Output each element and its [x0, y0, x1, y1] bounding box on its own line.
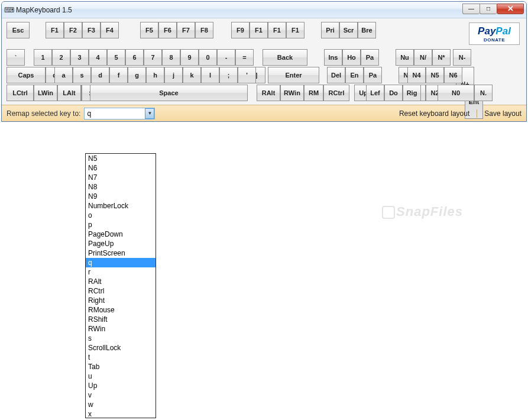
- key-enter[interactable]: Enter: [268, 67, 319, 83]
- remap-combo-input[interactable]: [84, 108, 155, 119]
- key-f6[interactable]: F6: [158, 22, 177, 38]
- key-down[interactable]: Do: [384, 85, 403, 101]
- key-rwin[interactable]: RWin: [280, 85, 304, 101]
- key-quote[interactable]: ': [238, 67, 256, 83]
- dropdown-option[interactable]: NumberLock: [86, 201, 156, 211]
- dropdown-option[interactable]: PageUp: [86, 239, 156, 248]
- dropdown-option[interactable]: N6: [86, 163, 156, 173]
- close-button[interactable]: ✕: [497, 4, 524, 14]
- key-rmenu[interactable]: RM: [304, 85, 323, 101]
- dropdown-option[interactable]: v: [86, 390, 156, 400]
- key-3[interactable]: 3: [70, 49, 89, 66]
- key-printscreen[interactable]: Pri: [321, 22, 339, 38]
- dropdown-option[interactable]: RWin: [86, 324, 156, 334]
- reset-layout-link[interactable]: Reset keyboard layout: [399, 109, 469, 118]
- key-f11[interactable]: F1: [268, 22, 286, 38]
- key-4[interactable]: 4: [89, 49, 107, 66]
- dropdown-option[interactable]: N8: [86, 182, 156, 192]
- dropdown-option[interactable]: RAlt: [86, 277, 156, 286]
- dropdown-option[interactable]: PrintScreen: [86, 248, 156, 258]
- key-9[interactable]: 9: [180, 49, 199, 66]
- paypal-donate-button[interactable]: PayPal DONATE: [469, 22, 520, 45]
- dropdown-option[interactable]: r: [86, 267, 156, 277]
- key-f1[interactable]: F1: [46, 22, 64, 38]
- key-numpad-5[interactable]: N5: [426, 67, 444, 83]
- remap-dropdown-list[interactable]: N5N6N7N8N9NumberLockopPageDownPageUpPrin…: [85, 153, 156, 418]
- key-s[interactable]: s: [73, 67, 91, 83]
- dropdown-option[interactable]: t: [86, 353, 156, 362]
- save-layout-link[interactable]: Save layout: [477, 109, 521, 118]
- key-space[interactable]: Space: [90, 85, 248, 101]
- key-lctrl[interactable]: LCtrl: [7, 85, 34, 101]
- dropdown-option[interactable]: RMouse: [86, 305, 156, 315]
- dropdown-option[interactable]: q: [86, 258, 156, 267]
- key-right[interactable]: Rig: [403, 85, 421, 101]
- maximize-button[interactable]: □: [480, 4, 497, 14]
- key-f5[interactable]: F5: [140, 22, 158, 38]
- key-backtick[interactable]: `: [7, 49, 25, 66]
- dropdown-option[interactable]: s: [86, 334, 156, 343]
- minimize-button[interactable]: —: [462, 4, 480, 14]
- dropdown-option[interactable]: Right: [86, 296, 156, 305]
- key-1[interactable]: 1: [34, 49, 52, 66]
- key-numpad-multiply[interactable]: N*: [432, 49, 451, 66]
- key-numpad-period[interactable]: N.: [474, 85, 493, 101]
- key-d[interactable]: d: [91, 67, 109, 83]
- key-l[interactable]: l: [201, 67, 219, 83]
- key-insert[interactable]: Ins: [324, 49, 342, 66]
- key-8[interactable]: 8: [162, 49, 180, 66]
- key-scrolllock[interactable]: Scr: [339, 22, 358, 38]
- key-a[interactable]: a: [54, 67, 73, 83]
- key-lalt[interactable]: LAlt: [57, 85, 81, 101]
- dropdown-option[interactable]: o: [86, 211, 156, 220]
- key-ralt[interactable]: RAlt: [257, 85, 280, 101]
- key-7[interactable]: 7: [144, 49, 162, 66]
- combo-dropdown-button[interactable]: ▼: [145, 108, 154, 119]
- key-left[interactable]: Lef: [366, 85, 384, 101]
- key-2[interactable]: 2: [52, 49, 70, 66]
- key-k[interactable]: k: [183, 67, 201, 83]
- key-numpad-minus[interactable]: N-: [453, 49, 471, 66]
- dropdown-option[interactable]: p: [86, 220, 156, 230]
- key-numpad-0[interactable]: N0: [438, 85, 474, 101]
- key-numpad-6[interactable]: N6: [444, 67, 462, 83]
- key-numpad-4[interactable]: N4: [407, 67, 426, 83]
- key-f2[interactable]: F2: [64, 22, 82, 38]
- key-semicolon[interactable]: ;: [219, 67, 238, 83]
- key-f8[interactable]: F8: [195, 22, 213, 38]
- key-f10[interactable]: F1: [250, 22, 268, 38]
- dropdown-option[interactable]: Up: [86, 381, 156, 390]
- key-g[interactable]: g: [128, 67, 146, 83]
- key-f[interactable]: f: [109, 67, 128, 83]
- key-caps[interactable]: Caps: [7, 67, 46, 83]
- dropdown-option[interactable]: PageDown: [86, 230, 156, 239]
- key-f3[interactable]: F3: [82, 22, 101, 38]
- key-j[interactable]: j: [164, 67, 183, 83]
- dropdown-option[interactable]: Tab: [86, 362, 156, 371]
- key-esc[interactable]: Esc: [7, 22, 30, 38]
- key-equals[interactable]: =: [235, 49, 254, 66]
- titlebar[interactable]: ⌨ MapKeyboard 1.5 — □ ✕: [2, 2, 526, 18]
- dropdown-option[interactable]: N5: [86, 154, 156, 163]
- dropdown-option[interactable]: N9: [86, 192, 156, 201]
- dropdown-option[interactable]: RShift: [86, 315, 156, 324]
- key-f9[interactable]: F9: [231, 22, 250, 38]
- key-break[interactable]: Bre: [358, 22, 376, 38]
- dropdown-option[interactable]: u: [86, 371, 156, 381]
- key-f7[interactable]: F7: [177, 22, 195, 38]
- dropdown-option[interactable]: N7: [86, 173, 156, 182]
- key-numpad-divide[interactable]: N/: [414, 49, 432, 66]
- dropdown-option[interactable]: ScrollLock: [86, 343, 156, 353]
- remap-combo[interactable]: ▼: [84, 108, 155, 119]
- key-rctrl[interactable]: RCtrl: [323, 85, 349, 101]
- key-numlock[interactable]: Nu: [396, 49, 414, 66]
- key-f4[interactable]: F4: [101, 22, 119, 38]
- dropdown-option[interactable]: RCtrl: [86, 286, 156, 296]
- dropdown-option[interactable]: w: [86, 400, 156, 409]
- key-6[interactable]: 6: [125, 49, 144, 66]
- key-minus[interactable]: -: [217, 49, 235, 66]
- key-h[interactable]: h: [146, 67, 164, 83]
- key-5[interactable]: 5: [107, 49, 125, 66]
- key-backspace[interactable]: Back: [263, 49, 307, 66]
- dropdown-option[interactable]: x: [86, 409, 156, 418]
